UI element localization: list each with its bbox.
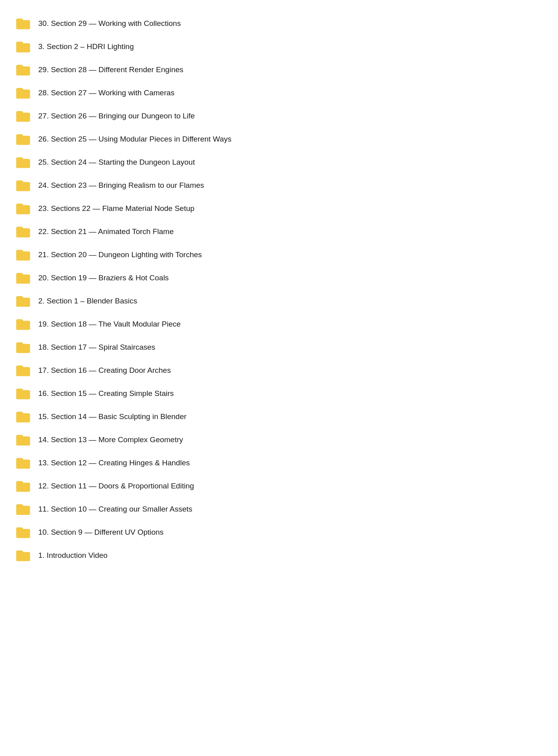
folder-icon [16,480,30,492]
folder-label: 20. Section 19 — Braziers & Hot Coals [38,273,169,284]
folder-icon [16,226,30,238]
folder-icon [16,249,30,261]
folder-icon [16,295,30,307]
folder-label: 1. Introduction Video [38,550,108,561]
list-item[interactable]: 17. Section 16 — Creating Door Arches [0,359,558,382]
folder-label: 29. Section 28 — Different Render Engine… [38,65,183,75]
folder-icon [16,318,30,330]
list-item[interactable]: 10. Section 9 — Different UV Options [0,521,558,544]
folder-icon [16,272,30,284]
list-item[interactable]: 22. Section 21 — Animated Torch Flame [0,220,558,243]
folder-label: 30. Section 29 — Working with Collection… [38,18,181,29]
folder-label: 23. Sections 22 — Flame Material Node Se… [38,203,195,214]
folder-icon [16,41,30,53]
folder-label: 25. Section 24 — Starting the Dungeon La… [38,157,195,168]
list-item[interactable]: 21. Section 20 — Dungeon Lighting with T… [0,243,558,266]
folder-icon [16,64,30,76]
folder-label: 18. Section 17 — Spiral Staircases [38,342,155,353]
folder-icon [16,526,30,538]
folder-label: 16. Section 15 — Creating Simple Stairs [38,388,174,399]
list-item[interactable]: 11. Section 10 — Creating our Smaller As… [0,498,558,521]
list-item[interactable]: 2. Section 1 – Blender Basics [0,289,558,313]
folder-icon [16,133,30,145]
folder-icon [16,179,30,191]
folder-label: 17. Section 16 — Creating Door Arches [38,365,171,376]
folder-label: 14. Section 13 — More Complex Geometry [38,435,183,445]
folder-label: 19. Section 18 — The Vault Modular Piece [38,319,181,330]
list-item[interactable]: 20. Section 19 — Braziers & Hot Coals [0,266,558,289]
list-item[interactable]: 1. Introduction Video [0,544,558,567]
folder-icon [16,434,30,446]
folder-icon [16,364,30,376]
list-item[interactable]: 24. Section 23 — Bringing Realism to our… [0,174,558,197]
folder-list: 30. Section 29 — Working with Collection… [0,8,558,571]
folder-icon [16,457,30,469]
list-item[interactable]: 16. Section 15 — Creating Simple Stairs [0,382,558,405]
folder-label: 11. Section 10 — Creating our Smaller As… [38,504,193,515]
folder-label: 3. Section 2 – HDRI Lighting [38,41,134,52]
list-item[interactable]: 3. Section 2 – HDRI Lighting [0,35,558,58]
list-item[interactable]: 27. Section 26 — Bringing our Dungeon to… [0,104,558,128]
list-item[interactable]: 18. Section 17 — Spiral Staircases [0,336,558,359]
folder-label: 15. Section 14 — Basic Sculpting in Blen… [38,411,187,422]
folder-label: 28. Section 27 — Working with Cameras [38,88,175,98]
folder-label: 26. Section 25 — Using Modular Pieces in… [38,134,232,145]
folder-label: 21. Section 20 — Dungeon Lighting with T… [38,250,202,260]
folder-label: 10. Section 9 — Different UV Options [38,527,163,538]
folder-icon [16,87,30,99]
folder-icon [16,110,30,122]
folder-icon [16,203,30,215]
list-item[interactable]: 29. Section 28 — Different Render Engine… [0,58,558,81]
list-item[interactable]: 28. Section 27 — Working with Cameras [0,81,558,104]
list-item[interactable]: 23. Sections 22 — Flame Material Node Se… [0,197,558,220]
list-item[interactable]: 15. Section 14 — Basic Sculpting in Blen… [0,405,558,428]
folder-icon [16,18,30,30]
folder-icon [16,341,30,353]
list-item[interactable]: 25. Section 24 — Starting the Dungeon La… [0,151,558,174]
folder-label: 27. Section 26 — Bringing our Dungeon to… [38,111,195,122]
folder-icon [16,388,30,400]
folder-label: 22. Section 21 — Animated Torch Flame [38,226,174,237]
folder-icon [16,503,30,515]
list-item[interactable]: 26. Section 25 — Using Modular Pieces in… [0,128,558,151]
folder-icon [16,411,30,423]
folder-label: 24. Section 23 — Bringing Realism to our… [38,180,204,191]
folder-icon [16,549,30,561]
list-item[interactable]: 14. Section 13 — More Complex Geometry [0,428,558,451]
folder-label: 2. Section 1 – Blender Basics [38,296,137,307]
folder-label: 13. Section 12 — Creating Hinges & Handl… [38,458,190,469]
list-item[interactable]: 13. Section 12 — Creating Hinges & Handl… [0,451,558,474]
list-item[interactable]: 19. Section 18 — The Vault Modular Piece [0,313,558,336]
list-item[interactable]: 30. Section 29 — Working with Collection… [0,12,558,35]
list-item[interactable]: 12. Section 11 — Doors & Proportional Ed… [0,474,558,498]
folder-label: 12. Section 11 — Doors & Proportional Ed… [38,481,194,492]
folder-icon [16,156,30,168]
